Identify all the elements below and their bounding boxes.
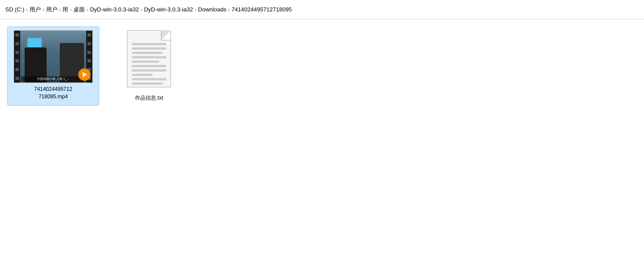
txt-file-label: 作品信息.txt [135,94,163,102]
file-item-txt[interactable]: 作品信息.txt [103,26,195,106]
file-item-video[interactable]: 中国动物小镇 上海 1_... 7414024495712 718095.mp4 [7,26,99,106]
breadcrumb-segment-0[interactable]: SD (C:) [5,6,24,13]
breadcrumb-sep-5: › [141,7,142,12]
video-overlay-text: 中国动物小镇 上海 1_... [21,76,85,82]
video-file-label: 7414024495712 718095.mp4 [34,86,73,100]
play-icon [83,72,87,77]
breadcrumb-sep-3: › [70,7,72,12]
breadcrumb-sep-7: › [228,7,230,12]
breadcrumb-segment-2[interactable]: 用户 [46,6,58,14]
breadcrumb-segment-3[interactable]: 用 [62,6,68,14]
breadcrumb-sep-1: › [43,7,44,12]
page-fold [161,31,171,40]
filmstrip-left [14,31,20,83]
breadcrumb-sep-6: › [195,7,196,12]
breadcrumb-segment-4[interactable]: 桌面 [73,6,85,14]
video-frame: 中国动物小镇 上海 1_... [20,31,86,83]
file-explorer-content: 中国动物小镇 上海 1_... 7414024495712 718095.mp4 [0,19,644,262]
breadcrumb-segment-5[interactable]: DyD-win-3.0.3-ia32 [90,6,139,13]
play-button-overlay[interactable] [78,68,91,81]
txt-page [127,30,171,87]
breadcrumb-segment-7[interactable]: Downloads [198,6,226,13]
breadcrumb-segment-6[interactable]: DyD-win-3.0.3-ia32 [144,6,193,13]
breadcrumb-bar: SD (C:) › 用户 › 用户 › 用 › 桌面 › DyD-win-3.0… [0,0,644,19]
breadcrumb-sep-2: › [59,7,61,12]
breadcrumb-segment-8[interactable]: 7414024495712718095 [232,6,292,13]
breadcrumb-segment-1[interactable]: 用户 [29,6,41,14]
txt-file-icon [123,30,175,92]
video-thumbnail: 中国动物小镇 上海 1_... [14,30,93,83]
breadcrumb-sep-0: › [26,7,28,12]
breadcrumb-sep-4: › [87,7,88,12]
